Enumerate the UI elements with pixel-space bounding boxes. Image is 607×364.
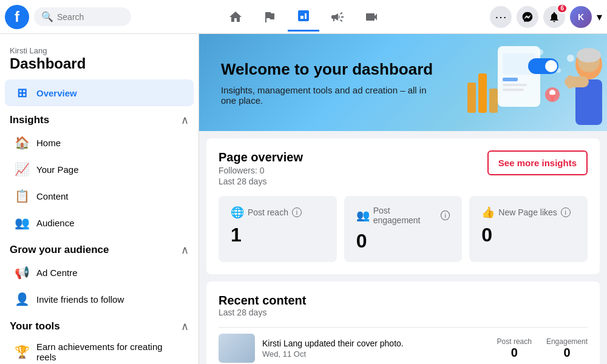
svg-rect-12 (467, 83, 476, 113)
sidebar-item-label: Overview (36, 88, 77, 98)
content-row-0: Kirsti Lang updated their cover photo. W… (219, 327, 588, 364)
notifications-icon-button[interactable]: 6 (543, 6, 565, 28)
insights-chevron-icon[interactable]: ∧ (181, 113, 189, 127)
ad-centre-icon: 📢 (15, 265, 29, 280)
tools-chevron-icon[interactable]: ∧ (181, 320, 189, 333)
dashboard-title: Dashboard (10, 55, 189, 72)
top-navigation: f 🔍 ⋯ 6 K ▾ (0, 0, 607, 34)
invite-icon: 👤 (15, 292, 29, 306)
grow-chevron-icon[interactable]: ∧ (181, 243, 189, 257)
sidebar-item-label: Invite friends to follow (36, 294, 124, 305)
expand-icon[interactable]: ▾ (597, 10, 602, 24)
svg-rect-14 (489, 89, 498, 113)
page-overview-left: Page overview Followers: 0 Last 28 days (219, 150, 303, 186)
banner-illustration (376, 34, 607, 131)
search-icon: 🔍 (41, 11, 53, 22)
sidebar-item-reels-achievements[interactable]: 🏆 Earn achievements for creating reels (5, 335, 194, 364)
new-page-likes-value: 0 (481, 224, 575, 246)
svg-rect-9 (503, 89, 524, 91)
see-more-insights-button[interactable]: See more insights (487, 150, 588, 175)
insights-nav-button[interactable] (288, 2, 319, 32)
sidebar-item-audience[interactable]: 👥 Audience (5, 209, 194, 236)
post-reach-value-0: 0 (497, 346, 532, 360)
nav-left: f 🔍 (5, 5, 138, 29)
metrics-row: 🌐 Post reach i 1 👥 Post engagement i 0 (219, 196, 588, 262)
page-icon: 📈 (15, 162, 29, 177)
post-reach-metric: 🌐 Post reach i 1 (219, 196, 337, 262)
trophy-icon: 🏆 (15, 345, 29, 359)
tools-section-title: Your tools (10, 320, 60, 332)
sidebar-item-your-page[interactable]: 📈 Your Page (5, 156, 194, 183)
sidebar-item-overview[interactable]: ⊞ Overview (5, 79, 194, 106)
sidebar-item-label: Your Page (36, 164, 79, 175)
followers-count: Followers: 0 (219, 166, 303, 175)
sidebar-item-content[interactable]: 📋 Content (5, 183, 194, 209)
svg-rect-8 (503, 84, 527, 86)
content-icon: 📋 (15, 189, 29, 203)
tools-section-header: Your tools ∧ (0, 312, 198, 335)
content-date-0: Wed, 11 Oct (262, 349, 490, 359)
svg-point-21 (577, 48, 601, 62)
content-post-reach-0: Post reach 0 (497, 337, 532, 360)
sidebar-item-label: Content (36, 191, 69, 201)
sidebar-item-ad-centre[interactable]: 📢 Ad Centre (5, 259, 194, 286)
people-icon: 👥 (356, 209, 370, 222)
sidebar-item-invite-friends[interactable]: 👤 Invite friends to follow (5, 286, 194, 312)
main-content: Welcome to your dashboard Insights, mana… (199, 34, 607, 364)
sidebar-item-label: Ad Centre (36, 268, 78, 278)
thumbsup-icon: 👍 (481, 206, 495, 219)
post-reach-label-0: Post reach (497, 337, 532, 346)
grow-section-header: Grow your audience ∧ (0, 236, 198, 259)
main-layout: Kirsti Lang Dashboard ⊞ Overview Insight… (0, 34, 607, 364)
new-page-likes-label: 👍 New Page likes i (481, 206, 575, 219)
cover-photo-thumbnail (219, 334, 255, 363)
recent-content-card: Recent content Last 28 days Kirsti Lang … (206, 281, 600, 364)
engagement-label-0: Engagement (546, 337, 588, 346)
grow-section-title: Grow your audience (10, 244, 109, 256)
svg-rect-7 (503, 78, 518, 81)
nav-right: ⋯ 6 K ▾ (469, 6, 602, 28)
page-overview-card: Page overview Followers: 0 Last 28 days … (206, 138, 600, 274)
messenger-icon-button[interactable] (517, 6, 538, 28)
sidebar: Kirsti Lang Dashboard ⊞ Overview Insight… (0, 34, 199, 364)
new-page-likes-metric: 👍 New Page likes i 0 (469, 196, 588, 262)
post-engagement-value: 0 (356, 230, 450, 252)
globe-icon: 🌐 (231, 206, 244, 219)
user-avatar[interactable]: K (570, 6, 592, 28)
nav-center (138, 2, 469, 32)
video-nav-button[interactable] (356, 2, 387, 32)
sidebar-item-label: Earn achievements for creating reels (36, 342, 184, 362)
content-text-0: Kirsti Lang updated their cover photo. (262, 339, 490, 348)
flag-nav-button[interactable] (254, 2, 285, 32)
svg-rect-23 (568, 75, 572, 89)
home-nav-button[interactable] (220, 2, 251, 32)
sidebar-item-home[interactable]: 🏠 Home (5, 129, 194, 156)
insights-section-title: Insights (10, 114, 49, 126)
post-reach-info-icon[interactable]: i (292, 207, 302, 217)
page-overview-header: Page overview Followers: 0 Last 28 days … (219, 150, 588, 186)
ads-nav-button[interactable] (322, 2, 353, 32)
post-engagement-metric: 👥 Post engagement i 0 (344, 196, 463, 262)
engagement-value-0: 0 (546, 346, 588, 360)
search-input[interactable] (57, 12, 130, 22)
recent-content-title: Recent content (219, 294, 588, 308)
recent-content-period: Last 28 days (219, 308, 588, 317)
svg-point-0 (567, 55, 574, 62)
facebook-logo[interactable]: f (5, 5, 29, 29)
illustration-svg (388, 34, 607, 131)
svg-point-11 (545, 60, 557, 72)
page-overview-title: Page overview (219, 150, 303, 164)
search-box[interactable]: 🔍 (34, 7, 131, 26)
user-greeting: Kirsti Lang (10, 46, 189, 55)
notification-badge: 6 (557, 4, 568, 13)
audience-icon: 👥 (15, 215, 29, 230)
grid-icon-button[interactable]: ⋯ (490, 6, 512, 28)
post-engagement-info-icon[interactable]: i (441, 211, 450, 220)
sidebar-user-info: Kirsti Lang Dashboard (0, 41, 198, 79)
sidebar-item-label: Home (36, 138, 61, 148)
new-page-likes-info-icon[interactable]: i (561, 207, 571, 217)
svg-rect-13 (478, 73, 487, 113)
layers-icon: ⊞ (15, 86, 29, 100)
content-metrics-0: Post reach 0 Engagement 0 (497, 337, 588, 360)
content-engagement-0: Engagement 0 (546, 337, 588, 360)
